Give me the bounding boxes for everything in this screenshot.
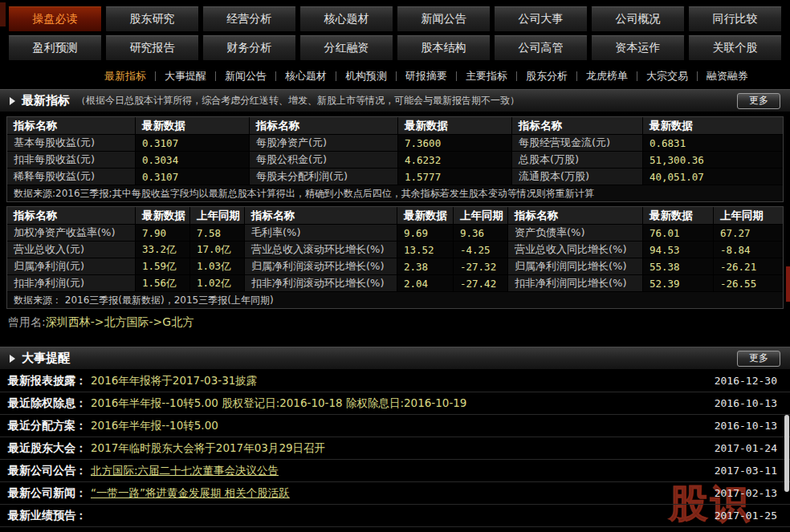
indicator-label: 营业总收入(元) bbox=[7, 242, 136, 258]
event-date: 2016-12-30 bbox=[715, 375, 782, 387]
divider bbox=[215, 71, 216, 81]
indicator-value: 67.27 bbox=[714, 225, 783, 241]
indicator-label: 归属净利润滚动环比增长(%) bbox=[245, 258, 397, 274]
tab-shareholder-research[interactable]: 股东研究 bbox=[105, 6, 199, 32]
divider bbox=[396, 71, 397, 81]
table-header-row: 指标名称 最新数据 指标名称 最新数据 指标名称 最新数据 bbox=[7, 117, 783, 135]
event-date: 2016-10-13 bbox=[715, 397, 782, 409]
event-date: 2017-03-11 bbox=[715, 465, 782, 477]
col-header: 指标名称 bbox=[7, 117, 136, 134]
subnav-report-digest[interactable]: 研报摘要 bbox=[405, 69, 447, 83]
screen-edge-artifact bbox=[0, 2, 6, 26]
subnav-key-indicators[interactable]: 主要指标 bbox=[466, 69, 507, 83]
event-link[interactable]: “一带一路”将进黄金发展期 相关个股活跃 bbox=[91, 486, 290, 501]
indicator-label: 加权净资产收益率(%) bbox=[7, 225, 136, 241]
indicator-value: 0.3107 bbox=[136, 169, 250, 185]
tab-related-stocks[interactable]: 关联个股 bbox=[688, 35, 782, 61]
indicator-label: 归属净利润(元) bbox=[7, 258, 136, 274]
col-header: 指标名称 bbox=[245, 207, 397, 224]
divider bbox=[456, 71, 457, 81]
indicator-value: 4.6232 bbox=[398, 152, 512, 168]
table-row: 扣非每股收益(元) 0.3034 每股公积金(元) 4.6232 总股本(万股)… bbox=[7, 152, 783, 169]
indicator-value: 94.53 bbox=[643, 242, 714, 258]
data-source-note: 数据来源:2016三季报;其中每股收益字段均以最新总股本计算得出，精确到小数点后… bbox=[7, 185, 783, 201]
col-header: 最新数据 bbox=[643, 207, 714, 224]
indicator-label: 扣非净利润同比增长(%) bbox=[508, 275, 643, 291]
indicator-value: -4.25 bbox=[454, 242, 508, 258]
sub-navigation: 最新指标 大事提醒 新闻公告 核心题材 机构预测 研报摘要 主要指标 股东分析 … bbox=[0, 67, 790, 85]
col-header: 指标名称 bbox=[508, 207, 643, 224]
tab-financial-analysis[interactable]: 财务分析 bbox=[202, 35, 296, 61]
subnav-core-themes[interactable]: 核心题材 bbox=[285, 69, 327, 83]
indicator-value: 40,051.07 bbox=[643, 169, 783, 185]
more-button-events[interactable]: 更多 bbox=[737, 351, 780, 367]
indicator-value: -27.32 bbox=[454, 258, 508, 274]
tab-peer-comparison[interactable]: 同行比较 bbox=[688, 6, 782, 32]
indicator-value: 1.02亿 bbox=[190, 275, 245, 291]
tab-core-themes[interactable]: 核心题材 bbox=[299, 6, 393, 32]
subnav-news[interactable]: 新闻公告 bbox=[225, 69, 267, 83]
event-row: 最新报表披露： 2016年年报将于2017-03-31披露 2016-12-30 bbox=[0, 370, 790, 392]
table-row: 归属净利润(元) 1.59亿 1.03亿 归属净利润滚动环比增长(%) 2.38… bbox=[7, 258, 783, 275]
indicator-value: 13.52 bbox=[397, 242, 454, 258]
tab-operation-analysis[interactable]: 经营分析 bbox=[202, 6, 296, 32]
indicator-value: 1.03亿 bbox=[190, 258, 245, 274]
col-header: 上年同期 bbox=[714, 207, 783, 224]
tab-executives[interactable]: 公司高管 bbox=[494, 35, 588, 61]
event-content: 2017年临时股东大会将于2017年03月29日召开 bbox=[91, 441, 325, 456]
table-header-row: 指标名称 最新数据 上年同期 指标名称 最新数据 上年同期 指标名称 最新数据 … bbox=[7, 207, 783, 225]
subnav-block-trades[interactable]: 大宗交易 bbox=[646, 69, 688, 83]
section-header-latest-indicators: 最新指标 （根据今日总股本计算所得，综合考虑分红送转、增发、新股上市等情况，可能… bbox=[0, 89, 790, 112]
section-title: 最新指标 bbox=[22, 93, 70, 108]
indicator-value: 33.2亿 bbox=[136, 242, 190, 258]
divider bbox=[275, 71, 276, 81]
indicator-value: 0.3107 bbox=[136, 135, 250, 151]
indicator-value: 1.5777 bbox=[398, 169, 512, 185]
event-row: 最近除权除息： 2016年半年报--10转5.00 股权登记日:2016-10-… bbox=[0, 392, 790, 415]
event-date: 2017-01-25 bbox=[715, 510, 782, 522]
subnav-margin-trading[interactable]: 融资融券 bbox=[707, 69, 748, 83]
subnav-dragon-tiger-list[interactable]: 龙虎榜单 bbox=[586, 69, 628, 83]
tab-profit-forecast[interactable]: 盈利预测 bbox=[8, 35, 102, 61]
indicator-label: 每股未分配利润(元) bbox=[250, 169, 398, 185]
indicator-label: 流通股本(万股) bbox=[512, 169, 643, 185]
indicator-value: 52.39 bbox=[643, 275, 714, 291]
tab-trading-must-read[interactable]: 操盘必读 bbox=[8, 6, 102, 32]
more-button-indicators[interactable]: 更多 bbox=[737, 93, 780, 109]
event-row: 最近股东大会： 2017年临时股东大会将于2017年03月29日召开 2017-… bbox=[0, 437, 790, 460]
scrollbar-thumb[interactable] bbox=[784, 415, 789, 492]
indicator-value: 7.90 bbox=[136, 225, 190, 241]
section-note: （根据今日总股本计算所得，综合考虑分红送转、增发、新股上市等情况，可能会与最新报… bbox=[76, 94, 519, 108]
event-row: 最新公司公告： 北方国际:六届二十七次董事会决议公告 2017-03-11 bbox=[0, 460, 790, 482]
tab-research-reports[interactable]: 研究报告 bbox=[105, 35, 199, 61]
indicator-value: 9.36 bbox=[454, 225, 508, 241]
event-label: 最近除权除息： bbox=[8, 396, 87, 411]
col-header: 最新数据 bbox=[136, 117, 250, 134]
tab-news-announcements[interactable]: 新闻公告 bbox=[397, 6, 491, 32]
indicator-label: 毛利率(%) bbox=[245, 225, 397, 241]
tab-equity-structure[interactable]: 股本结构 bbox=[397, 35, 491, 61]
indicator-value: 1.56亿 bbox=[136, 275, 190, 291]
event-row: 最近分配方案： 2016年半年报--10转5.00 2016-10-13 bbox=[0, 415, 790, 437]
event-date: 2017-01-24 bbox=[715, 442, 782, 454]
subnav-shareholder-analysis[interactable]: 股东分析 bbox=[526, 69, 568, 83]
tab-company-events[interactable]: 公司大事 bbox=[494, 6, 588, 32]
tab-company-profile[interactable]: 公司概况 bbox=[591, 6, 685, 32]
former-names-value: 深圳西林->北方国际->G北方 bbox=[46, 315, 193, 330]
event-label: 最新报表披露： bbox=[8, 374, 87, 388]
indicator-value: 9.69 bbox=[397, 225, 454, 241]
subnav-events-reminder[interactable]: 大事提醒 bbox=[165, 69, 206, 83]
event-content: 2016年年报将于2017-03-31披露 bbox=[91, 374, 257, 388]
divider bbox=[637, 71, 637, 81]
nav-row-2: 盈利预测 研究报告 财务分析 分红融资 股本结构 公司高管 资本运作 关联个股 bbox=[8, 35, 782, 61]
indicator-value: 2.38 bbox=[397, 258, 454, 274]
divider bbox=[155, 71, 156, 81]
event-link[interactable]: 北方国际:六届二十七次董事会决议公告 bbox=[91, 464, 279, 478]
col-header: 上年同期 bbox=[454, 207, 508, 224]
subnav-latest-indicators[interactable]: 最新指标 bbox=[104, 69, 146, 83]
divider bbox=[516, 71, 517, 81]
tab-capital-operations[interactable]: 资本运作 bbox=[591, 35, 685, 61]
tab-dividend-financing[interactable]: 分红融资 bbox=[299, 35, 393, 61]
indicator-value: -26.55 bbox=[714, 275, 783, 291]
subnav-institution-forecast[interactable]: 机构预测 bbox=[345, 69, 387, 83]
